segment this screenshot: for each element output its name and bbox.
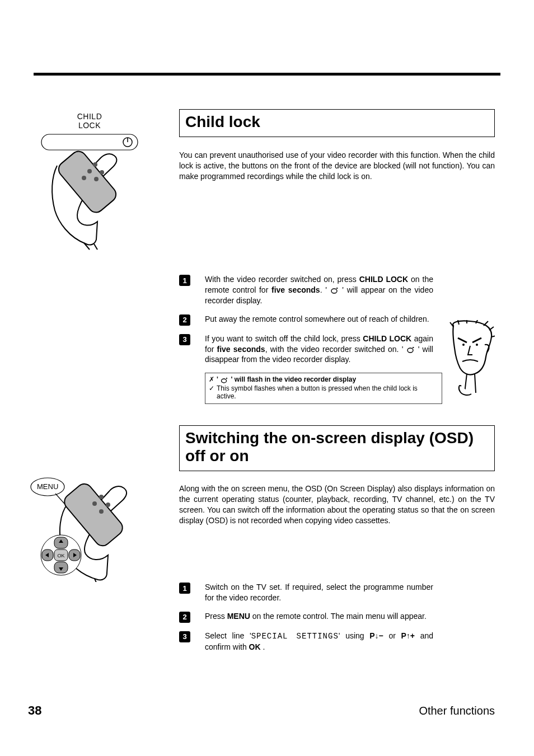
hand-remote-icon <box>35 132 144 251</box>
footer: 38 Other functions <box>28 703 495 718</box>
step-1-1: 1 With the video recorder switched on, p… <box>179 274 433 306</box>
step-2-2: 2 Press MENU on the remote control. The … <box>179 611 433 623</box>
section1-intro: You can prevent unauthorised use of your… <box>179 150 495 182</box>
step-number: 2 <box>179 612 190 623</box>
power-standby-icon <box>221 377 228 383</box>
svg-point-6 <box>82 176 86 180</box>
svg-point-15 <box>222 379 227 383</box>
svg-point-25 <box>106 503 110 507</box>
illustration-face <box>448 320 495 398</box>
step-2-3: 3 Select line 'SPECIAL SETTINGS' using P… <box>179 631 433 652</box>
svg-point-8 <box>94 177 99 181</box>
svg-point-7 <box>100 170 104 175</box>
power-standby-icon <box>407 346 415 353</box>
power-standby-icon <box>331 287 339 294</box>
cross-icon: ✗ <box>209 375 214 383</box>
tip-box: ✗ ' ' will flash in the video recorder d… <box>205 373 442 404</box>
step-1-2: 2 Put away the remote control somewhere … <box>179 314 433 326</box>
svg-point-19 <box>476 344 478 346</box>
illus-label-child-lock: CHILD LOCK <box>77 112 102 130</box>
step-1-3: 3 If you want to switch off the child lo… <box>179 334 433 365</box>
check-icon: ✓ <box>209 384 214 392</box>
illustration-menu: OK MENU <box>27 470 153 582</box>
svg-point-24 <box>92 501 97 506</box>
step-2-1: 1 Switch on the TV set. If required, sel… <box>179 582 433 603</box>
angry-face-icon <box>448 320 495 398</box>
section2-intro: Along with the on screen menu, the OSD (… <box>179 483 495 526</box>
step-number: 2 <box>179 314 190 326</box>
step-number: 1 <box>179 583 190 594</box>
section-title-child-lock: Child lock <box>179 109 495 137</box>
svg-text:OK: OK <box>57 553 64 558</box>
svg-line-21 <box>55 494 64 504</box>
svg-point-4 <box>93 162 97 167</box>
step-number: 3 <box>179 334 190 345</box>
step-number: 3 <box>179 631 190 642</box>
section-title-osd: Switching the on-screen display (OSD) of… <box>179 425 495 471</box>
footer-label: Other functions <box>419 705 495 717</box>
svg-point-5 <box>87 169 92 173</box>
illus-label-menu: MENU <box>37 482 58 491</box>
svg-point-18 <box>462 344 465 346</box>
illustration-child-lock: CHILD LOCK <box>31 112 148 251</box>
svg-point-23 <box>99 495 104 499</box>
svg-point-26 <box>99 509 104 514</box>
step-number: 1 <box>179 275 190 286</box>
top-rule <box>34 73 500 76</box>
page-number: 38 <box>28 703 41 718</box>
svg-point-9 <box>331 289 337 293</box>
svg-point-12 <box>407 348 413 353</box>
